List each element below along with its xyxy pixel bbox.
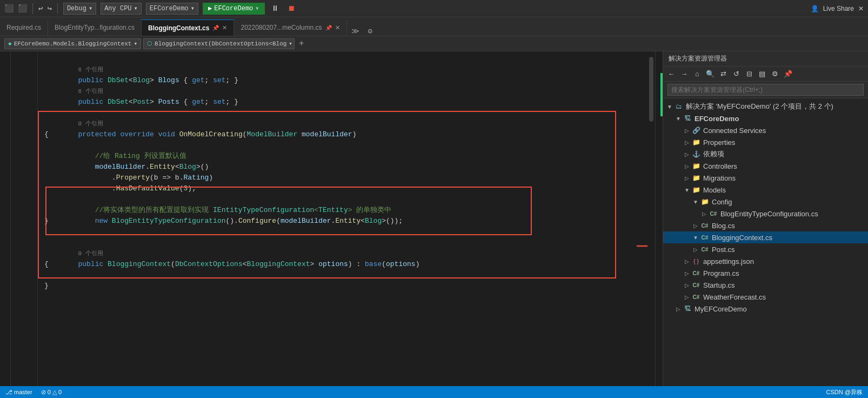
se-blogentitytype-label: BlogEntityTypeConfiguration.cs bbox=[720, 210, 818, 218]
se-blog-label: Blog.cs bbox=[712, 222, 735, 230]
statusbar-errors: ⊘ 0 △ 0 bbox=[41, 389, 62, 396]
se-item-blog[interactable]: ▷ C# Blog.cs bbox=[663, 220, 868, 231]
tabbar: Required.cs BlogEntityTyp...figuration.c… bbox=[0, 17, 868, 36]
debug-chevron: ▾ bbox=[89, 4, 92, 12]
toolbar-icon-2[interactable]: ⬛ bbox=[18, 4, 27, 13]
nav-class-dropdown[interactable]: ◆ EFCoreDemo.Models.BloggingContext ▾ bbox=[4, 38, 141, 49]
statusbar-branch: ⎇ master bbox=[5, 389, 32, 396]
statusbar: ⎇ master ⊘ 0 △ 0 CSDN @异株 bbox=[0, 386, 868, 398]
editor-scrollbar[interactable] bbox=[647, 51, 655, 386]
statusbar-right: CSDN @异株 bbox=[826, 388, 863, 396]
tab-overflow-button[interactable]: ≫ bbox=[347, 26, 364, 36]
se-item-bloggingcontext[interactable]: ▼ C# BloggingContext.cs bbox=[663, 231, 868, 243]
nav-method-icon: ⬡ bbox=[147, 40, 152, 47]
se-item-migrations[interactable]: ▷ 📁 Migrations bbox=[663, 172, 868, 184]
code-line-18: 0 个引用 bbox=[44, 237, 641, 248]
se-item-properties[interactable]: ▷ 📁 Properties bbox=[663, 136, 868, 148]
se-item-program[interactable]: ▷ C# Program.cs bbox=[663, 267, 868, 279]
se-refresh-button[interactable]: ↺ bbox=[730, 68, 742, 80]
se-search-input[interactable] bbox=[667, 84, 864, 96]
nav-add-button[interactable]: + bbox=[297, 39, 306, 49]
se-item-myefcoredemo[interactable]: ▷ 🏗 MyEFCoreDemo bbox=[663, 303, 868, 315]
se-pin-button[interactable]: 📌 bbox=[782, 68, 794, 80]
tab-blogentity-label: BlogEntityTyp...figuration.cs bbox=[55, 24, 135, 31]
close-toolbar-icon[interactable]: ✕ bbox=[858, 5, 864, 12]
project-dropdown[interactable]: EFCoreDemo ▾ bbox=[146, 3, 198, 15]
tab-required[interactable]: Required.cs bbox=[0, 19, 48, 36]
run-button[interactable]: ▶ EFCoreDemo ▾ bbox=[203, 3, 264, 15]
toolbar-icon-1[interactable]: ⬛ bbox=[4, 4, 14, 13]
se-properties-button[interactable]: ▤ bbox=[756, 68, 768, 80]
program-expand-icon: ▷ bbox=[683, 269, 691, 277]
debug-dropdown[interactable]: Debug ▾ bbox=[63, 3, 96, 15]
appsettings-json-icon: { } bbox=[691, 256, 701, 266]
se-myefcoredemo-label: MyEFCoreDemo bbox=[695, 305, 747, 313]
se-item-weatherforecast[interactable]: ▷ C# WeatherForecast.cs bbox=[663, 291, 868, 303]
se-item-blogentitytype[interactable]: ▷ C# BlogEntityTypeConfiguration.cs bbox=[663, 208, 868, 220]
pin-icon: 📌 bbox=[212, 25, 219, 31]
deps-expand-icon: ▷ bbox=[683, 150, 691, 158]
se-efcoredemo-label: EFCoreDemo bbox=[695, 115, 739, 123]
se-migrations-label: Migrations bbox=[703, 174, 736, 182]
se-back-button[interactable]: ← bbox=[665, 68, 677, 80]
pause-icon[interactable]: ⏸ bbox=[269, 4, 281, 13]
se-item-solution[interactable]: ▼ 🗂 解决方案 'MyEFCoreDemo' (2 个项目，共 2 个) bbox=[663, 101, 868, 112]
migrations-expand-icon: ▷ bbox=[683, 174, 691, 182]
play-icon: ▶ bbox=[208, 4, 212, 12]
controllers-expand-icon: ▷ bbox=[683, 162, 691, 170]
tab-migration[interactable]: 2022080207...meColumn.cs 📌 ✕ bbox=[234, 19, 346, 36]
se-search-button[interactable]: 🔍 bbox=[704, 68, 716, 80]
nav-method-chevron: ▾ bbox=[289, 40, 292, 47]
code-line-22: } bbox=[44, 281, 641, 291]
tab-settings-button[interactable]: ⚙ bbox=[364, 26, 377, 36]
blog-cs-icon: C# bbox=[700, 221, 710, 230]
nav-method-dropdown[interactable]: ⬡ BloggingContext(DbContextOptions<Blog … bbox=[143, 38, 295, 49]
se-item-config[interactable]: ▼ 📁 Config bbox=[663, 196, 868, 208]
tab-bloggingcontext[interactable]: BloggingContext.cs 📌 ✕ bbox=[142, 19, 234, 36]
se-item-deps[interactable]: ▷ ⚓ 依赖项 bbox=[663, 148, 868, 160]
config-folder-icon: 📁 bbox=[700, 197, 710, 207]
nav-class-icon: ◆ bbox=[8, 40, 12, 47]
se-item-startup[interactable]: ▷ C# Startup.cs bbox=[663, 279, 868, 291]
solution-explorer: 解决方案资源管理器 ← → ⌂ 🔍 ⇄ ↺ ⊟ ▤ ⚙ 📌 ▼ 🗂 解决方案 '… bbox=[663, 51, 868, 386]
code-line-7: protected override void OnModelCreating(… bbox=[44, 118, 641, 129]
se-item-models[interactable]: ▼ 📁 Models bbox=[663, 184, 868, 196]
tab-migration-close[interactable]: ✕ bbox=[335, 24, 340, 31]
migrations-folder-icon: 📁 bbox=[691, 173, 701, 183]
code-content[interactable]: 6 个引用 public DbSet<Blog> Blogs { get; se… bbox=[38, 51, 647, 386]
se-item-appsettings[interactable]: ▷ { } appsettings.json bbox=[663, 255, 868, 267]
statusbar-source: CSDN @异株 bbox=[826, 388, 863, 396]
se-sync-button[interactable]: ⇄ bbox=[717, 68, 729, 80]
undo-icon[interactable]: ↩ bbox=[38, 4, 43, 13]
bloggingcontext-expand-icon: ▼ bbox=[691, 233, 700, 242]
se-home-button[interactable]: ⌂ bbox=[691, 68, 703, 80]
efcoredemo-expand-icon: ▼ bbox=[674, 114, 683, 123]
bloggingcontext-cs-icon: C# bbox=[700, 233, 710, 242]
config-expand-icon: ▼ bbox=[691, 197, 700, 206]
connected-services-icon: 🔗 bbox=[691, 125, 701, 135]
liveshare-label[interactable]: Live Share bbox=[823, 5, 854, 12]
minimap-scrollbar[interactable] bbox=[655, 51, 663, 386]
stop-icon[interactable]: ⏹ bbox=[285, 4, 297, 13]
cpu-label: Any CPU bbox=[104, 5, 131, 12]
se-connected-services-label: Connected Services bbox=[703, 127, 766, 135]
solution-expand-icon: ▼ bbox=[665, 102, 674, 111]
se-weatherforecast-label: WeatherForecast.cs bbox=[703, 293, 766, 301]
se-collapse-button[interactable]: ⊟ bbox=[743, 68, 755, 80]
tab-bloggingcontext-close[interactable]: ✕ bbox=[222, 24, 227, 31]
se-item-efcoredemo[interactable]: ▼ 🏗 EFCoreDemo bbox=[663, 112, 868, 124]
code-line-17 bbox=[44, 227, 641, 237]
se-forward-button[interactable]: → bbox=[678, 68, 690, 80]
toolbar-sep bbox=[32, 3, 33, 14]
deps-icon: ⚓ bbox=[691, 149, 701, 159]
se-item-post[interactable]: ▷ C# Post.cs bbox=[663, 243, 868, 255]
se-item-controllers[interactable]: ▷ 📁 Controllers bbox=[663, 160, 868, 172]
tab-blogentity[interactable]: BlogEntityTyp...figuration.cs bbox=[48, 19, 142, 36]
se-settings-button[interactable]: ⚙ bbox=[769, 68, 781, 80]
se-item-connected-services[interactable]: ▷ 🔗 Connected Services bbox=[663, 124, 868, 136]
redo-icon[interactable]: ↪ bbox=[47, 4, 51, 13]
cpu-dropdown[interactable]: Any CPU ▾ bbox=[101, 3, 142, 15]
liveshare-icon[interactable]: 👤 bbox=[811, 5, 819, 12]
scrollbar-thumb[interactable] bbox=[649, 57, 653, 122]
code-line-19: public BloggingContext(DbContextOptions<… bbox=[44, 248, 641, 259]
